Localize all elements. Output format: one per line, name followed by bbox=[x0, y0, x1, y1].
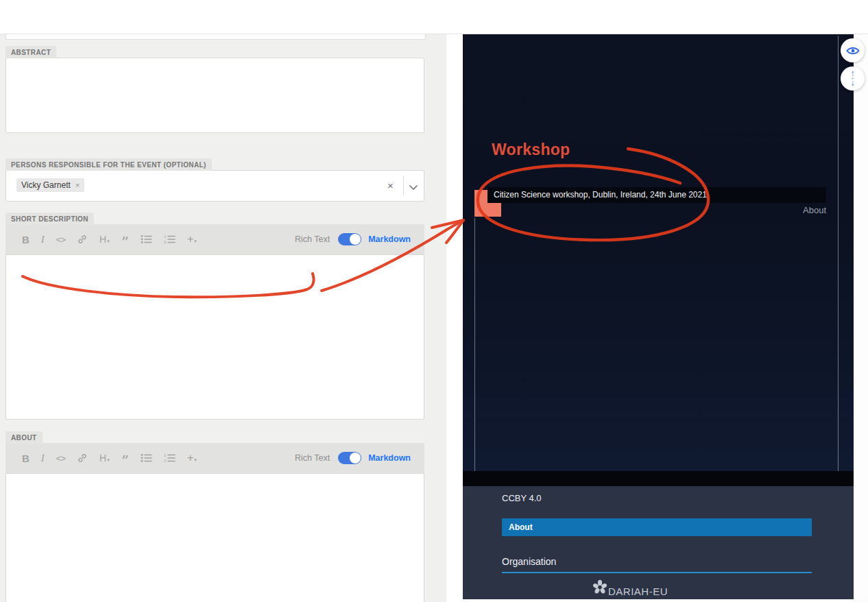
markdown-label: Markdown bbox=[368, 453, 411, 463]
bold-icon[interactable]: B bbox=[22, 234, 29, 245]
about-editor[interactable] bbox=[5, 473, 424, 602]
remove-person-icon[interactable]: × bbox=[75, 181, 80, 189]
preview-hero bbox=[463, 34, 854, 471]
short-description-field-label: SHORT DESCRIPTION bbox=[5, 213, 94, 225]
preview-event-title: Citizen Science workshop, Dublin, Irelan… bbox=[487, 187, 826, 203]
svg-text:2: 2 bbox=[164, 459, 167, 463]
preview-bottom-edge bbox=[463, 599, 868, 602]
eye-icon bbox=[846, 46, 860, 56]
preview-about-nav-link[interactable]: About bbox=[758, 205, 826, 215]
previous-field-cutoff bbox=[5, 34, 426, 40]
blockquote-icon[interactable]: ” bbox=[121, 458, 129, 465]
person-tag[interactable]: Vicky Garnett× bbox=[16, 178, 84, 192]
chevron-down-icon[interactable] bbox=[409, 181, 418, 193]
clear-persons-icon[interactable]: × bbox=[387, 180, 394, 191]
dariah-eu-logo[interactable]: DARIAH-EU bbox=[592, 579, 668, 597]
about-field-label: ABOUT bbox=[5, 431, 43, 444]
italic-icon[interactable]: I bbox=[41, 453, 45, 464]
up-down-arrows-icon: ↑·↓ bbox=[851, 71, 855, 86]
preview-license: CCBY 4.0 bbox=[502, 493, 542, 503]
link-icon[interactable] bbox=[77, 234, 88, 245]
bullet-list-icon[interactable] bbox=[141, 234, 152, 244]
italic-icon[interactable]: I bbox=[41, 234, 45, 245]
numbered-list-icon[interactable]: 12 bbox=[164, 453, 176, 463]
dariah-logo-text: DARIAH-EU bbox=[608, 586, 668, 597]
short-description-editor[interactable] bbox=[5, 254, 424, 420]
dariah-flower-icon bbox=[592, 579, 607, 597]
svg-text:1: 1 bbox=[164, 453, 167, 457]
heading-icon[interactable]: H▾ bbox=[99, 234, 110, 245]
insert-icon[interactable]: +▾ bbox=[187, 452, 197, 464]
rich-text-label: Rich Text bbox=[295, 234, 330, 244]
preview-organisation-heading: Organisation bbox=[502, 556, 556, 567]
richtext-markdown-toggle[interactable] bbox=[338, 452, 361, 464]
right-gutter bbox=[854, 34, 868, 602]
about-toolbar: B I <> H▾ ” 12 +▾ Rich Text Markdown bbox=[5, 443, 424, 473]
bullet-list-icon[interactable] bbox=[141, 453, 152, 463]
short-description-toolbar: B I <> H▾ ” 12 +▾ Rich Text Markdown bbox=[5, 224, 424, 254]
bold-icon[interactable]: B bbox=[22, 453, 29, 464]
svg-text:2: 2 bbox=[164, 240, 167, 244]
organisation-underline bbox=[502, 572, 812, 573]
select-divider bbox=[403, 176, 404, 195]
persons-field-label: PERSONS RESPONSIBLE FOR THE EVENT (OPTIO… bbox=[5, 158, 212, 171]
richtext-markdown-toggle[interactable] bbox=[338, 233, 361, 245]
numbered-list-icon[interactable]: 12 bbox=[164, 234, 176, 244]
preview-page-title: Workshop bbox=[492, 141, 570, 159]
hero-right-border bbox=[838, 36, 839, 471]
insert-icon[interactable]: +▾ bbox=[187, 233, 197, 245]
markdown-label: Markdown bbox=[368, 234, 411, 244]
abstract-field-label: ABSTRACT bbox=[5, 46, 56, 58]
preview-toc-about-item[interactable]: About bbox=[502, 518, 812, 536]
app-header bbox=[0, 0, 868, 34]
code-icon[interactable]: <> bbox=[56, 234, 65, 245]
panel-gutter[interactable] bbox=[446, 34, 463, 602]
code-icon[interactable]: <> bbox=[56, 453, 65, 463]
hero-bottom-strip bbox=[463, 471, 854, 486]
rich-text-label: Rich Text bbox=[295, 453, 330, 463]
svg-text:1: 1 bbox=[164, 234, 167, 239]
person-tag-label: Vicky Garnett bbox=[21, 180, 71, 190]
scroll-sync-button[interactable]: ↑·↓ bbox=[841, 67, 865, 91]
abstract-textarea[interactable] bbox=[5, 58, 424, 133]
hero-left-border bbox=[474, 218, 475, 471]
blockquote-icon[interactable]: ” bbox=[121, 239, 129, 246]
link-icon[interactable] bbox=[77, 453, 88, 463]
heading-icon[interactable]: H▾ bbox=[99, 453, 110, 463]
preview-visibility-button[interactable] bbox=[841, 38, 865, 62]
